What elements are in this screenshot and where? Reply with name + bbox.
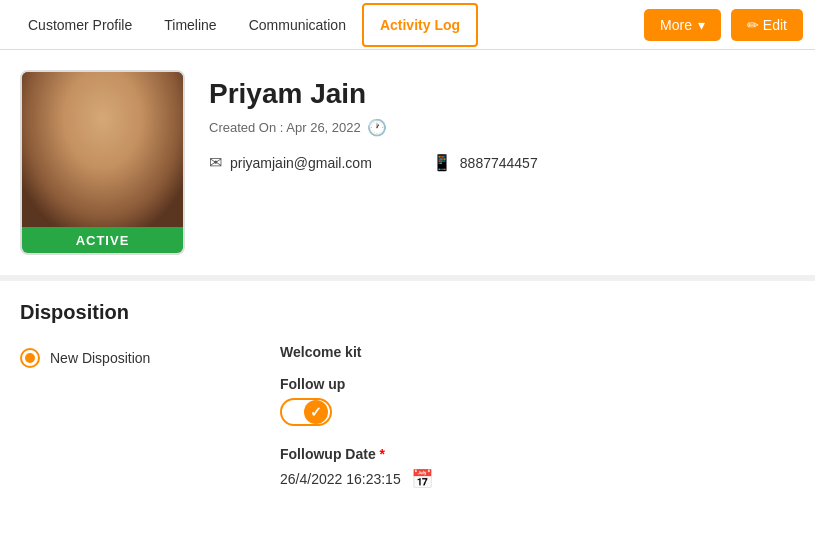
svg-rect-0 [22,72,183,227]
profile-name: Priyam Jain [209,78,795,110]
radio-new-disposition[interactable]: New Disposition [20,348,220,368]
follow-up-toggle[interactable]: ✓ [280,398,332,426]
disposition-options: New Disposition [20,344,220,506]
radio-circle-new-disposition [20,348,40,368]
toggle-knob: ✓ [304,400,328,424]
tab-activity-log[interactable]: Activity Log [362,3,478,47]
followup-date-label: Followup Date * [280,446,795,462]
tab-customer-profile[interactable]: Customer Profile [12,5,148,45]
email-contact: ✉ priyamjain@gmail.com [209,153,372,172]
profile-contacts: ✉ priyamjain@gmail.com 📱 8887744457 [209,153,795,172]
followup-date-row: 26/4/2022 16:23:15 📅 [280,468,795,490]
tab-communication[interactable]: Communication [233,5,362,45]
chevron-down-icon: ▾ [698,17,705,33]
disposition-title: Disposition [20,301,795,324]
required-asterisk: * [380,446,385,462]
avatar [22,72,183,227]
calendar-icon[interactable]: 📅 [411,468,433,490]
profile-section: ✏ 🗑 [0,50,815,281]
profile-created-date: Created On : Apr 26, 2022 🕐 [209,118,795,137]
disposition-section: Disposition New Disposition Welcome kit … [0,281,815,526]
svg-point-7 [100,157,108,167]
edit-button[interactable]: ✏ Edit [731,9,803,41]
disposition-fields: Welcome kit Follow up ✓ Followup Date * … [280,344,795,506]
welcome-kit-field: Welcome kit [280,344,795,360]
disposition-body: New Disposition Welcome kit Follow up ✓ … [20,344,795,506]
phone-contact: 📱 8887744457 [432,153,538,172]
status-badge: ACTIVE [22,227,183,254]
tabs-bar: Customer Profile Timeline Communication … [0,0,815,50]
email-icon: ✉ [209,153,222,172]
followup-date-field: Followup Date * 26/4/2022 16:23:15 📅 [280,446,795,490]
svg-point-4 [140,112,183,212]
follow-up-field: Follow up ✓ [280,376,795,430]
svg-point-1 [59,92,149,202]
follow-up-toggle-wrapper: ✓ [280,398,332,426]
phone-icon: 📱 [432,153,452,172]
email-value: priyamjain@gmail.com [230,155,372,171]
profile-info: Priyam Jain Created On : Apr 26, 2022 🕐 … [209,70,795,172]
header-actions: More ▾ ✏ Edit [644,9,803,41]
svg-point-8 [44,202,164,227]
svg-point-2 [49,72,159,140]
svg-point-6 [116,140,128,148]
svg-point-3 [25,112,69,212]
follow-up-label: Follow up [280,376,795,392]
tab-timeline[interactable]: Timeline [148,5,232,45]
welcome-kit-label: Welcome kit [280,344,795,360]
clock-icon: 🕐 [367,118,387,137]
more-button[interactable]: More ▾ [644,9,721,41]
created-label: Created On : Apr 26, 2022 [209,120,361,135]
avatar-container: ✏ 🗑 [20,70,185,255]
svg-point-5 [81,140,93,148]
phone-value: 8887744457 [460,155,538,171]
followup-date-value: 26/4/2022 16:23:15 [280,471,401,487]
radio-label-new-disposition: New Disposition [50,350,150,366]
more-label: More [660,17,692,33]
